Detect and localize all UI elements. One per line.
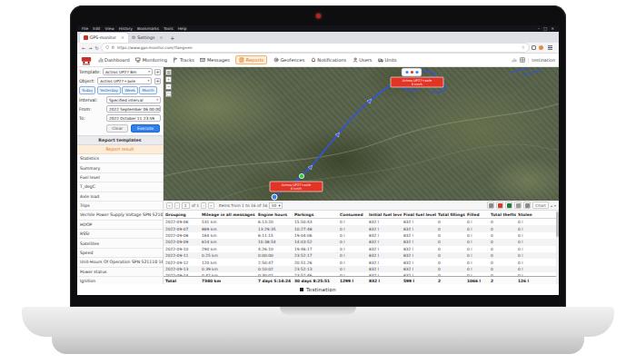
table-row[interactable]: 2022-09-130.39 km0:10:0223:52:130 l832 l…	[164, 266, 559, 272]
start-marker[interactable]	[272, 194, 277, 200]
column-header[interactable]: Parkings	[293, 212, 338, 217]
add-template-button[interactable]: +	[154, 69, 161, 75]
extensions-icon[interactable]	[532, 45, 536, 50]
tab-close-icon[interactable]: ×	[121, 35, 124, 40]
browser-menu-icon[interactable]	[548, 47, 552, 48]
address-bar[interactable]: https://www.gps-monitor.com/?lang=en ☆	[102, 44, 529, 52]
menu-item-tools[interactable]: Tools	[164, 25, 174, 32]
prev-page-button[interactable]: ‹	[174, 202, 180, 209]
report-result-item[interactable]: Report result	[77, 145, 163, 154]
report-template-item[interactable]: T_degC	[77, 182, 163, 192]
zoom-out-button[interactable]: −	[165, 84, 172, 90]
column-header[interactable]: Total fillings	[436, 212, 465, 217]
nav-item-users[interactable]: Users	[353, 57, 373, 63]
bookmark-star-icon[interactable]: ☆	[522, 45, 525, 50]
profile-icon[interactable]	[539, 45, 543, 50]
report-template-item[interactable]: HDOP	[77, 221, 163, 230]
nav-item-tracks[interactable]: Tracks	[173, 57, 194, 63]
nav-item-monitoring[interactable]: Monitoring	[135, 57, 167, 63]
nav-item-notifications[interactable]: Notifications	[311, 57, 346, 63]
report-template-item[interactable]: Axle load	[77, 192, 163, 202]
menu-item-help[interactable]: Help	[178, 25, 187, 32]
clear-button[interactable]: Clear	[106, 124, 128, 133]
first-page-button[interactable]: «	[166, 202, 173, 209]
template-select[interactable]: Actros UP27 8m▾	[103, 68, 153, 75]
chart-toggle-button[interactable]: Chart	[532, 202, 549, 209]
table-scrollbar[interactable]	[556, 211, 559, 284]
scrollbar-thumb[interactable]	[556, 212, 559, 237]
menu-item-file[interactable]: File	[82, 25, 88, 32]
execute-button[interactable]: Execute	[131, 124, 160, 133]
close-icon[interactable]: ×	[551, 25, 554, 32]
from-date-input[interactable]: 2022 September 06 00:00	[106, 105, 161, 113]
column-header[interactable]: Final fuel level	[402, 212, 436, 217]
table-row[interactable]: 2022-09-07869 km13:29:3510:27:480 l832 l…	[164, 225, 559, 231]
collapse-up-icon[interactable]: ▴	[551, 203, 552, 208]
nav-item-units[interactable]: Units	[378, 57, 397, 63]
report-template-item[interactable]: Ignition	[77, 277, 163, 284]
table-row[interactable]: 2022-09-06531 km6:13:2015:50:430 l832 l8…	[164, 219, 559, 225]
collapse-down-icon[interactable]: ▾	[554, 203, 556, 208]
unit-map-label[interactable]: Actros UP27+axle 0 km/h	[391, 77, 443, 87]
report-template-item[interactable]: Power status	[77, 268, 163, 277]
tab-settings[interactable]: ⚙ Settings ×	[128, 33, 167, 43]
per-page-select[interactable]: 50▾	[269, 202, 283, 209]
column-header[interactable]: Initial fuel level	[367, 212, 402, 217]
table-row[interactable]: 2022-09-08164 km6:11:1519:04:060 l832 l8…	[164, 232, 559, 239]
range-button-week[interactable]: Week	[122, 86, 137, 94]
column-header[interactable]: Total thefts	[489, 212, 516, 217]
column-header[interactable]: Filled	[465, 212, 489, 217]
maximize-icon[interactable]: □	[543, 25, 547, 32]
report-template-item[interactable]: Satellites	[77, 239, 163, 248]
table-row[interactable]: 2022-09-12120 km2:50:4720:51:260 l832 l8…	[164, 259, 559, 265]
layers-icon[interactable]: ▤	[165, 69, 172, 75]
nav-item-reports[interactable]: Reports	[235, 55, 267, 64]
apps-grid-icon[interactable]	[520, 57, 525, 63]
table-row[interactable]: 2022-09-09614 km10:38:5414:03:520 l832 l…	[164, 239, 559, 245]
table-row[interactable]: 2022-09-10290 km4:26:1019:46:170 l832 l8…	[164, 246, 559, 252]
report-template-item[interactable]: Trips	[77, 202, 163, 211]
export-excel-button[interactable]	[505, 202, 512, 209]
report-template-item[interactable]: RSSI	[77, 230, 163, 239]
page-number-input[interactable]: 1	[182, 202, 190, 209]
add-object-button[interactable]: +	[154, 78, 161, 84]
app-logo[interactable]	[81, 55, 92, 65]
last-page-button[interactable]: »	[208, 202, 214, 209]
report-template-item[interactable]: Summary	[77, 163, 163, 172]
export-pdf-button[interactable]	[496, 202, 503, 209]
report-template-item[interactable]: Speed	[77, 249, 163, 258]
export-save-button[interactable]	[523, 202, 531, 209]
menu-item-history[interactable]: History	[119, 25, 133, 32]
next-page-button[interactable]: ›	[201, 202, 206, 209]
column-header[interactable]: Mileage in all messages	[200, 212, 256, 217]
range-button-month[interactable]: Month	[139, 86, 156, 94]
map-view[interactable]: ▤+−□	[164, 67, 559, 201]
new-tab-button[interactable]: +	[170, 34, 174, 43]
reload-icon[interactable]: ↻	[94, 43, 98, 54]
minimize-icon[interactable]: –	[538, 25, 540, 32]
waypoint-marker[interactable]	[299, 173, 303, 178]
tab-close-icon[interactable]: ×	[159, 35, 163, 40]
menu-item-edit[interactable]: Edit	[93, 25, 100, 32]
column-header[interactable]: Stolen	[516, 212, 540, 217]
nav-item-geofences[interactable]: Geofences	[273, 57, 304, 63]
tab-gps-monitor[interactable]: GPS-monitor ×	[80, 33, 128, 43]
object-select[interactable]: Actros UP27+axle▾	[97, 77, 152, 84]
username[interactable]: testination	[532, 58, 555, 63]
column-header[interactable]: Consumed	[338, 212, 367, 217]
nav-item-messages[interactable]: Messages	[200, 57, 229, 63]
fullscreen-button[interactable]: □	[165, 91, 172, 97]
interval-select[interactable]: Specified interval▾	[106, 96, 161, 103]
to-date-input[interactable]: 2022 October 11 23:59	[106, 114, 161, 122]
range-button-today[interactable]: Today	[79, 86, 95, 94]
menu-item-view[interactable]: View	[105, 25, 114, 32]
forward-icon[interactable]: →	[88, 43, 92, 54]
report-template-item[interactable]: Vechile Power Supply Voltage SPN 521053	[77, 211, 163, 220]
report-template-item[interactable]: Statistics	[77, 154, 163, 163]
export-print-button[interactable]	[487, 202, 494, 209]
range-button-yesterday[interactable]: Yesterday	[97, 86, 121, 94]
column-header[interactable]: Engine hours	[256, 212, 293, 217]
export-copy-button[interactable]	[514, 202, 522, 209]
stats-icon[interactable]	[512, 57, 517, 63]
unit-map-label[interactable]: Actros UP27+axle 0 km/h	[270, 182, 323, 192]
